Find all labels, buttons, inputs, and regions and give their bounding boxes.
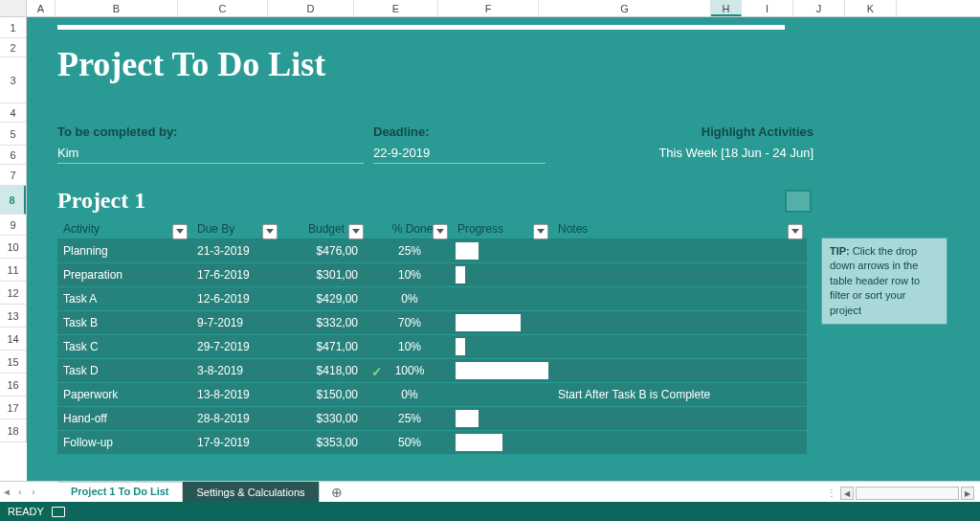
cell-progress[interactable] — [452, 242, 552, 260]
cell-due[interactable]: 29-7-2019 — [191, 340, 281, 353]
header-due[interactable]: Due By — [191, 222, 281, 236]
row-header[interactable]: 3 — [0, 57, 26, 103]
tab-nav-prev[interactable]: ‹ — [13, 483, 27, 502]
row-header[interactable]: 18 — [0, 419, 26, 442]
cell-due[interactable]: 3-8-2019 — [191, 364, 281, 377]
cell-pct[interactable]: 10% — [368, 268, 452, 282]
row-header[interactable]: 5 — [0, 123, 26, 146]
cell-pct[interactable]: 0% — [368, 292, 452, 306]
cell-budget[interactable]: $150,00 — [281, 388, 368, 401]
row-header[interactable]: 16 — [0, 374, 26, 396]
header-pct[interactable]: % Done — [368, 222, 452, 236]
highlight-value[interactable]: This Week [18 Jun - 24 Jun] — [603, 146, 813, 164]
cell-activity[interactable]: Paperwork — [57, 388, 191, 401]
tab-nav-next[interactable]: › — [27, 483, 40, 502]
column-header[interactable]: H — [711, 0, 742, 16]
row-header[interactable]: 17 — [0, 396, 26, 419]
tab-nav-first[interactable]: ◄ — [0, 483, 13, 502]
completed-by-value[interactable]: Kim — [57, 146, 364, 164]
row-header[interactable]: 6 — [0, 146, 26, 165]
table-row[interactable]: Paperwork13-8-2019$150,000%Start After T… — [57, 383, 807, 406]
header-notes[interactable]: Notes — [552, 222, 807, 236]
cell-due[interactable]: 17-9-2019 — [191, 436, 281, 449]
cell-pct[interactable]: 0% — [368, 388, 452, 401]
row-header[interactable]: 14 — [0, 328, 26, 351]
worksheet-area[interactable]: Project To Do List To be completed by: D… — [27, 17, 980, 481]
cell-pct[interactable]: 50% — [368, 436, 452, 449]
filter-dropdown-icon[interactable] — [433, 224, 448, 239]
column-header[interactable]: K — [845, 0, 897, 16]
cell-budget[interactable]: $301,00 — [281, 268, 368, 282]
cell-progress[interactable] — [452, 266, 552, 283]
add-sheet-button[interactable]: ⊕ — [325, 485, 348, 500]
cell-activity[interactable]: Hand-off — [57, 412, 191, 425]
cell-budget[interactable]: $476,00 — [281, 244, 368, 258]
cell-budget[interactable]: $471,00 — [281, 340, 368, 353]
horizontal-scrollbar[interactable]: ◀ ▶ — [840, 485, 974, 502]
row-header[interactable]: 4 — [0, 103, 26, 123]
cell-due[interactable]: 12-6-2019 — [191, 292, 281, 306]
column-header[interactable]: F — [438, 0, 539, 16]
cell-budget[interactable]: $330,00 — [281, 412, 368, 425]
cell-budget[interactable]: $353,00 — [281, 436, 368, 449]
cell-pct[interactable]: ✓100% — [368, 364, 452, 377]
header-budget[interactable]: Budget — [281, 222, 368, 236]
column-header[interactable]: J — [793, 0, 845, 16]
cell-budget[interactable]: $332,00 — [281, 316, 368, 329]
scroll-left-button[interactable]: ◀ — [840, 487, 854, 500]
cell-pct[interactable]: 25% — [368, 412, 452, 425]
cell-due[interactable]: 13-8-2019 — [191, 388, 281, 401]
cell-activity[interactable]: Task B — [57, 316, 191, 329]
sheet-tab-active[interactable]: Project 1 To Do List — [57, 482, 183, 503]
select-all-corner[interactable] — [0, 0, 27, 16]
table-row[interactable]: Follow-up17-9-2019$353,0050% — [57, 431, 807, 454]
cell-budget[interactable]: $429,00 — [281, 292, 368, 306]
column-header[interactable]: E — [354, 0, 438, 16]
row-header[interactable]: 8 — [0, 186, 26, 215]
filter-dropdown-icon[interactable] — [788, 224, 803, 239]
table-row[interactable]: Task B9-7-2019$332,0070% — [57, 311, 807, 334]
deadline-value[interactable]: 22-9-2019 — [373, 146, 546, 164]
cell-due[interactable]: 17-6-2019 — [191, 268, 281, 282]
table-row[interactable]: Task C29-7-2019$471,0010% — [57, 335, 807, 358]
cell-progress[interactable] — [452, 314, 552, 331]
table-row[interactable]: Task A12-6-2019$429,000% — [57, 287, 807, 310]
table-row[interactable]: Hand-off28-8-2019$330,0025% — [57, 407, 807, 430]
scroll-track[interactable] — [856, 487, 959, 500]
macro-record-icon[interactable] — [52, 507, 65, 517]
row-header[interactable]: 2 — [0, 38, 26, 57]
column-header[interactable]: C — [178, 0, 268, 16]
column-header[interactable]: A — [27, 0, 56, 16]
row-header[interactable]: 9 — [0, 215, 26, 236]
row-header[interactable]: 11 — [0, 259, 26, 282]
cell-progress[interactable] — [452, 386, 552, 403]
cell-progress[interactable] — [452, 362, 552, 379]
filter-dropdown-icon[interactable] — [172, 224, 188, 239]
row-header[interactable]: 1 — [0, 17, 26, 38]
scroll-right-button[interactable]: ▶ — [961, 487, 974, 500]
column-header[interactable]: B — [56, 0, 178, 16]
table-row[interactable]: Planning21-3-2019$476,0025% — [57, 239, 807, 262]
cell-activity[interactable]: Task A — [57, 292, 191, 306]
cell-activity[interactable]: Task C — [57, 340, 191, 353]
cell-activity[interactable]: Preparation — [57, 268, 191, 282]
cell-progress[interactable] — [452, 290, 552, 307]
cell-pct[interactable]: 10% — [368, 340, 452, 353]
header-activity[interactable]: Activity — [57, 222, 191, 236]
row-header[interactable]: 13 — [0, 305, 26, 328]
cell-activity[interactable]: Planning — [57, 244, 191, 258]
filter-dropdown-icon[interactable] — [348, 224, 364, 239]
cell-activity[interactable]: Follow-up — [57, 436, 191, 449]
cell-progress[interactable] — [452, 338, 552, 355]
sheet-tab-settings[interactable]: Settings & Calculations — [183, 482, 319, 503]
table-row[interactable]: Preparation17-6-2019$301,0010% — [57, 263, 807, 286]
active-cell-cursor[interactable] — [785, 190, 812, 213]
cell-pct[interactable]: 25% — [368, 244, 452, 258]
row-header[interactable]: 10 — [0, 236, 26, 259]
row-header[interactable]: 7 — [0, 165, 26, 186]
column-header[interactable]: D — [268, 0, 354, 16]
filter-dropdown-icon[interactable] — [533, 224, 548, 239]
cell-progress[interactable] — [452, 434, 552, 451]
column-header[interactable]: I — [742, 0, 793, 16]
cell-pct[interactable]: 70% — [368, 316, 452, 329]
